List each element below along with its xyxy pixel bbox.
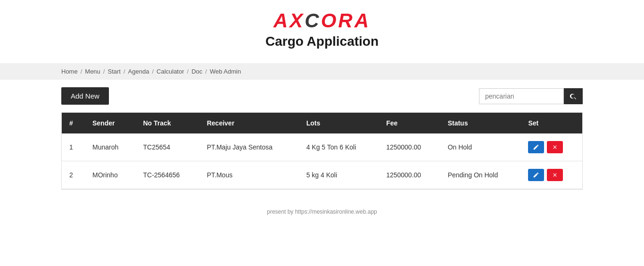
breadcrumb: Home / Menu / Start / Agenda / Calculato… bbox=[61, 68, 583, 75]
cell-lots: 4 Kg 5 Ton 6 Koli bbox=[299, 133, 379, 161]
cell-fee: 1250000.00 bbox=[379, 161, 440, 189]
table-header-row: # Sender No Track Receiver Lots Fee Stat… bbox=[62, 113, 582, 133]
edit-icon bbox=[533, 144, 539, 150]
cell-sender: MOrinho bbox=[85, 161, 135, 189]
breadcrumb-home[interactable]: Home bbox=[61, 68, 78, 75]
cell-set bbox=[520, 161, 582, 189]
col-set: Set bbox=[520, 113, 582, 133]
col-receiver: Receiver bbox=[199, 113, 299, 133]
add-new-button[interactable]: Add New bbox=[61, 87, 109, 105]
search-input[interactable] bbox=[479, 88, 564, 104]
cell-set bbox=[520, 133, 582, 161]
toolbar: Add New bbox=[0, 80, 644, 112]
cell-index: 1 bbox=[62, 133, 85, 161]
breadcrumb-bar: Home / Menu / Start / Agenda / Calculato… bbox=[0, 63, 644, 80]
search-area bbox=[479, 88, 583, 104]
search-button[interactable] bbox=[564, 88, 583, 104]
cell-status: Pending On Hold bbox=[440, 161, 521, 189]
app-title: Cargo Application bbox=[0, 34, 644, 49]
cell-no-track: TC25654 bbox=[135, 133, 199, 161]
delete-button[interactable] bbox=[547, 141, 563, 153]
cell-no-track: TC-2564656 bbox=[135, 161, 199, 189]
table-container: # Sender No Track Receiver Lots Fee Stat… bbox=[61, 112, 583, 190]
breadcrumb-calculator[interactable]: Calculator bbox=[157, 68, 184, 75]
close-icon bbox=[552, 144, 558, 150]
col-status: Status bbox=[440, 113, 521, 133]
delete-button[interactable] bbox=[547, 169, 563, 181]
footer-text: present by https://mesinkasironline.web.… bbox=[267, 208, 377, 215]
col-fee: Fee bbox=[379, 113, 440, 133]
col-lots: Lots bbox=[299, 113, 379, 133]
cell-sender: Munaroh bbox=[85, 133, 135, 161]
breadcrumb-webadmin[interactable]: Web Admin bbox=[210, 68, 241, 75]
col-no-track: No Track bbox=[135, 113, 199, 133]
cell-index: 2 bbox=[62, 161, 85, 189]
cargo-table: # Sender No Track Receiver Lots Fee Stat… bbox=[62, 113, 582, 189]
edit-button[interactable] bbox=[528, 169, 544, 181]
breadcrumb-start[interactable]: Start bbox=[107, 68, 120, 75]
breadcrumb-agenda[interactable]: Agenda bbox=[128, 68, 149, 75]
edit-button[interactable] bbox=[528, 141, 544, 153]
edit-icon bbox=[533, 172, 539, 178]
breadcrumb-doc[interactable]: Doc bbox=[191, 68, 202, 75]
breadcrumb-menu[interactable]: Menu bbox=[85, 68, 100, 75]
header: AXCORA Cargo Application bbox=[0, 0, 644, 54]
close-icon bbox=[552, 172, 558, 178]
cell-status: On Hold bbox=[440, 133, 521, 161]
cell-fee: 1250000.00 bbox=[379, 133, 440, 161]
col-index: # bbox=[62, 113, 85, 133]
search-icon bbox=[570, 92, 577, 100]
footer: present by https://mesinkasironline.web.… bbox=[0, 199, 644, 224]
table-row: 2 MOrinho TC-2564656 PT.Mous 5 kg 4 Koli… bbox=[62, 161, 582, 189]
col-sender: Sender bbox=[85, 113, 135, 133]
cell-receiver: PT.Maju Jaya Sentosa bbox=[199, 133, 299, 161]
logo: AXCORA bbox=[273, 9, 371, 32]
cell-receiver: PT.Mous bbox=[199, 161, 299, 189]
cell-lots: 5 kg 4 Koli bbox=[299, 161, 379, 189]
table-row: 1 Munaroh TC25654 PT.Maju Jaya Sentosa 4… bbox=[62, 133, 582, 161]
